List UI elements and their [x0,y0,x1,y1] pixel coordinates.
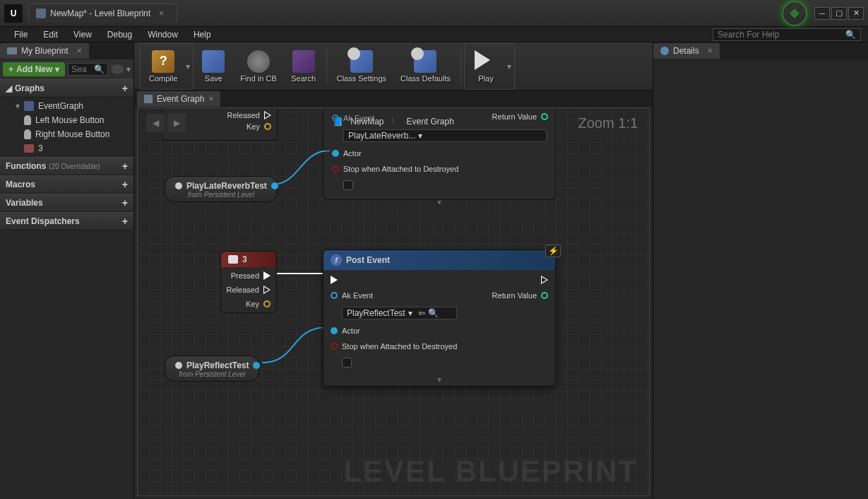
menu-file[interactable]: File [7,28,35,42]
class-settings-button[interactable]: Class Settings [331,45,392,88]
window-title-text: NewMap* - Level Blueprint [50,8,150,18]
search-button[interactable]: Search [285,45,322,88]
tree-key-3[interactable]: 3 [0,141,133,155]
menu-view[interactable]: View [66,28,99,42]
close-tab-icon[interactable]: × [159,8,164,18]
akevent-dropdown[interactable]: PlayReflectTest▾ ⇦🔍 [342,307,457,319]
compile-dropdown[interactable]: ▾ [184,45,191,88]
add-dispatcher-button[interactable]: + [122,216,128,227]
menu-help[interactable]: Help [186,28,218,42]
akevent-input-pin[interactable] [331,292,338,299]
expand-node-icon[interactable]: ▾ [323,373,555,386]
stop-checkbox[interactable] [342,358,352,368]
close-graph-tab-icon[interactable]: × [208,94,213,104]
object-icon [175,182,182,189]
search-help-input[interactable]: Search For Help 🔍 [713,28,861,41]
bool-input-pin[interactable] [332,165,339,172]
ref-node-playreflect[interactable]: PlayReflectTest from Persistent Level [165,356,259,382]
actor-input-pin[interactable] [331,327,338,334]
use-selected-icon[interactable]: 🔍 [428,308,439,318]
breakpoint-icon[interactable]: ⚡ [545,245,561,257]
add-graph-button[interactable]: + [122,83,128,94]
tree-right-mouse[interactable]: Right Mouse Button [0,127,133,141]
add-variable-button[interactable]: + [122,197,128,209]
collapse-icon: ◢ [6,83,12,93]
tree-eventgraph[interactable]: ▾ EventGraph [0,99,133,113]
find-in-cb-button[interactable]: Find in CB [234,45,282,88]
search-help-placeholder: Search For Help [718,30,779,40]
source-control-badge-icon[interactable] [782,1,807,26]
section-variables[interactable]: Variables + [0,194,133,212]
defaults-icon [414,50,436,73]
titlebar: U NewMap* - Level Blueprint × ─ ▢ ✕ [0,0,868,27]
window-title-tab[interactable]: NewMap* - Level Blueprint × [28,4,177,23]
add-function-button[interactable]: + [122,160,128,172]
maximize-button[interactable]: ▢ [831,7,847,20]
my-blueprint-tab[interactable]: My Blueprint × [0,43,89,59]
menu-debug[interactable]: Debug [100,28,139,42]
find-icon [247,50,270,73]
akevent-dropdown[interactable]: PlayLateReverb...▾ [343,129,547,142]
play-icon [475,50,497,73]
close-panel-icon[interactable]: × [77,46,82,56]
object-output-pin[interactable] [253,362,260,369]
browse-icon[interactable]: ⇦ [418,308,425,318]
section-functions[interactable]: Functions (20 Overridable) + [0,157,133,175]
exec-input-pin[interactable] [331,276,338,284]
nav-forward-button[interactable]: ▶ [167,114,186,132]
close-button[interactable]: ✕ [848,7,864,20]
key-output-pin[interactable] [263,300,270,307]
function-icon: f [331,254,342,266]
compile-button[interactable]: Compile [143,45,183,88]
chevron-down-icon[interactable]: ▾ [126,64,131,74]
object-output-pin[interactable] [271,182,278,189]
key-3-event-node[interactable]: 3 Pressed Released Key [220,251,277,313]
key-output-pin[interactable] [264,123,271,130]
section-graphs[interactable]: ◢Graphs + [0,79,133,98]
ref-node-playlatereverb[interactable]: PlayLateReverbTest from Persistent Level [165,176,278,202]
close-details-tab-icon[interactable]: × [708,46,713,56]
search-icon: 🔍 [94,64,105,74]
graph-canvas[interactable]: ◀ ▶ 📘 NewMap 〉 Event Graph Zoom 1:1 LEVE… [137,107,650,496]
mouse-icon [24,115,31,125]
actor-input-pin[interactable] [332,150,339,157]
object-icon [175,362,182,369]
stop-checkbox[interactable] [343,180,353,190]
chevron-right-icon: 〉 [391,115,399,127]
add-macro-button[interactable]: + [122,179,128,190]
pressed-exec-pin[interactable] [263,271,270,280]
eye-visibility-icon[interactable] [111,64,124,74]
graph-tab-icon [144,95,153,103]
tree-left-mouse[interactable]: Left Mouse Button [0,113,133,127]
add-new-button[interactable]: + Add New ▾ [3,62,65,76]
expand-icon: ▾ [16,101,20,111]
return-value-pin[interactable] [541,292,548,299]
play-dropdown[interactable]: ▾ [506,45,513,88]
section-event-dispatchers[interactable]: Event Dispatchers + [0,212,133,230]
save-button[interactable]: Save [195,45,232,88]
window-controls: ─ ▢ ✕ [782,1,864,26]
menu-edit[interactable]: Edit [36,28,65,42]
minimize-button[interactable]: ─ [814,7,830,20]
post-event-node[interactable]: ⚡ fPost Event Ak Event PlayReflectTest▾ … [323,250,556,387]
section-macros[interactable]: Macros + [0,175,133,194]
bool-input-pin[interactable] [331,343,338,350]
details-tab[interactable]: Details × [653,43,720,59]
menu-window[interactable]: Window [141,28,185,42]
mouse-icon [24,129,31,139]
exec-pin-out[interactable] [264,111,271,119]
breadcrumb: 📘 NewMap 〉 Event Graph [333,115,454,127]
nav-back-button[interactable]: ◀ [146,114,165,132]
ue-logo-icon[interactable]: U [4,4,23,23]
save-icon [202,50,225,73]
exec-output-pin[interactable] [541,276,548,284]
expand-node-icon[interactable]: ▾ [323,196,555,209]
class-defaults-button[interactable]: Class Defaults [395,45,456,88]
svg-marker-0 [790,8,799,18]
play-button[interactable]: Play [468,45,504,88]
released-exec-pin[interactable] [263,286,270,294]
my-blueprint-search-input[interactable]: Sea 🔍 [68,63,108,76]
chevron-down-icon: ▾ [55,64,59,74]
graph-tab[interactable]: Event Graph × [137,91,220,107]
graph-icon [24,101,34,111]
